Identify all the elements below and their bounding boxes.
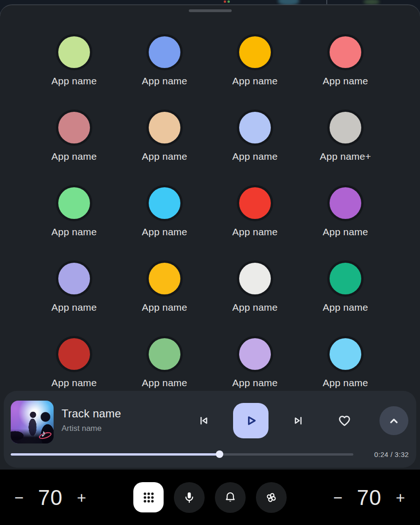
- app-launcher-item[interactable]: App name: [300, 260, 391, 336]
- artist-name: Artist name: [62, 424, 102, 433]
- app-icon[interactable]: [239, 36, 271, 68]
- right-temp-decrease-button[interactable]: −: [329, 484, 347, 511]
- fan-icon: [264, 490, 279, 505]
- app-icon[interactable]: [149, 112, 180, 143]
- app-launcher-sheet: App nameApp nameApp nameApp nameApp name…: [0, 5, 420, 470]
- skip-previous-icon: [197, 414, 211, 428]
- drag-handle[interactable]: [189, 9, 232, 12]
- left-temperature-value: 70: [28, 485, 73, 510]
- app-launcher-item[interactable]: App name: [119, 185, 210, 260]
- app-label: App name: [323, 302, 368, 313]
- backdrop-blur-blob: [364, 0, 379, 5]
- app-label: App name: [232, 75, 277, 87]
- expand-player-button[interactable]: [379, 406, 408, 435]
- app-icon[interactable]: [330, 338, 361, 370]
- app-icon[interactable]: [149, 263, 180, 294]
- app-label: App name: [323, 75, 368, 87]
- app-icon[interactable]: [330, 263, 361, 294]
- app-icon[interactable]: [239, 338, 271, 370]
- app-label: App name: [232, 226, 277, 238]
- app-label: App name: [232, 151, 277, 162]
- track-name: Track name: [62, 407, 121, 420]
- app-launcher-item[interactable]: App name: [119, 109, 210, 185]
- app-icon[interactable]: [149, 338, 180, 370]
- progress-fill: [11, 453, 220, 456]
- chevron-up-icon: [387, 414, 401, 428]
- bell-icon: [223, 491, 237, 505]
- app-icon[interactable]: [58, 187, 90, 219]
- app-label: App name: [51, 151, 96, 162]
- app-launcher-item[interactable]: App name: [29, 185, 119, 260]
- app-label: App name: [323, 226, 368, 238]
- app-icon[interactable]: [239, 187, 271, 219]
- notifications-button[interactable]: [215, 482, 246, 513]
- app-launcher-item[interactable]: App name: [29, 34, 119, 109]
- right-temp-increase-button[interactable]: +: [392, 484, 409, 511]
- app-icon[interactable]: [149, 187, 180, 219]
- app-launcher-item[interactable]: App name+: [300, 109, 391, 185]
- app-icon[interactable]: [239, 112, 271, 143]
- app-icon[interactable]: [330, 187, 361, 219]
- left-temperature-control: − 70 +: [10, 470, 90, 525]
- app-launcher-item[interactable]: App name: [210, 109, 300, 185]
- left-temp-decrease-button[interactable]: −: [10, 484, 28, 511]
- app-label: App name: [142, 226, 187, 238]
- app-icon[interactable]: [149, 36, 180, 68]
- app-icon[interactable]: [58, 338, 90, 370]
- app-label: App name: [142, 302, 187, 313]
- climate-control-bar: − 70 +: [0, 470, 420, 525]
- app-launcher-item[interactable]: App name: [300, 185, 391, 260]
- app-label: App name+: [320, 151, 371, 162]
- app-grid: App nameApp nameApp nameApp nameApp name…: [29, 34, 391, 411]
- hvac-fan-button[interactable]: [256, 482, 287, 513]
- app-label: App name: [232, 377, 277, 389]
- backdrop-status-dot: [227, 0, 230, 3]
- app-icon[interactable]: [330, 36, 361, 68]
- app-label: App name: [51, 302, 96, 313]
- app-icon[interactable]: [58, 112, 90, 143]
- app-label: App name: [51, 226, 96, 238]
- skip-next-icon: [291, 414, 305, 428]
- play-button[interactable]: [233, 403, 269, 438]
- app-launcher-item[interactable]: App name: [210, 260, 300, 336]
- progress-bar[interactable]: [11, 453, 353, 456]
- app-icon[interactable]: [330, 112, 361, 143]
- app-launcher-item[interactable]: App name: [29, 260, 119, 336]
- voice-assistant-button[interactable]: [174, 482, 205, 513]
- app-label: App name: [323, 377, 368, 389]
- app-label: App name: [51, 377, 96, 389]
- app-icon[interactable]: [58, 36, 90, 68]
- backdrop-status-dot: [224, 0, 226, 3]
- app-launcher-item[interactable]: App name: [119, 34, 210, 109]
- right-temperature-value: 70: [347, 485, 392, 510]
- skip-next-button[interactable]: [289, 411, 308, 430]
- heart-icon: [337, 413, 352, 429]
- app-grid-icon: [142, 491, 156, 505]
- app-launcher-item[interactable]: App name: [210, 34, 300, 109]
- app-launcher-item[interactable]: App name: [210, 185, 300, 260]
- microphone-icon: [182, 491, 196, 505]
- right-temperature-control: − 70 +: [329, 470, 409, 525]
- app-icon[interactable]: [58, 263, 90, 294]
- app-icon[interactable]: [239, 263, 271, 294]
- app-launcher-item[interactable]: App name: [300, 34, 391, 109]
- app-label: App name: [142, 377, 187, 389]
- backdrop-divider: [326, 0, 327, 4]
- favorite-button[interactable]: [334, 410, 355, 431]
- app-label: App name: [142, 151, 187, 162]
- play-icon: [243, 413, 259, 429]
- left-temp-increase-button[interactable]: +: [73, 484, 90, 511]
- app-launcher-item[interactable]: App name: [29, 109, 119, 185]
- system-buttons: [133, 470, 287, 525]
- progress-thumb[interactable]: [216, 450, 223, 458]
- skip-previous-button[interactable]: [194, 411, 213, 430]
- app-label: App name: [51, 75, 96, 87]
- app-label: App name: [232, 302, 277, 313]
- music-app-logo-icon: ♪: [38, 428, 52, 442]
- app-label: App name: [142, 75, 187, 87]
- app-launcher-button[interactable]: [133, 482, 164, 512]
- album-art[interactable]: ♪: [11, 401, 54, 443]
- media-player-card: ♪ Track name Artist name: [4, 391, 416, 468]
- playback-time: 0:24 / 3:32: [374, 450, 409, 458]
- app-launcher-item[interactable]: App name: [119, 260, 210, 336]
